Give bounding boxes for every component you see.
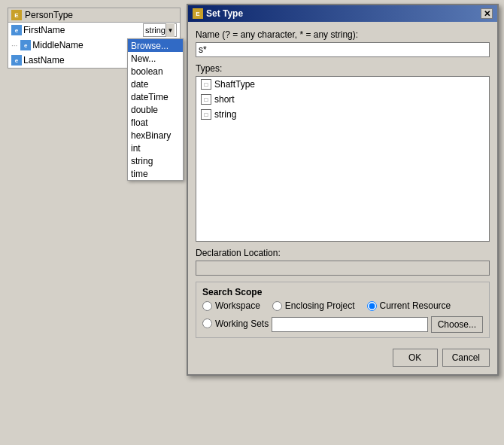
radio-current-row: Current Resource xyxy=(367,300,451,311)
entity-icon: E xyxy=(11,10,22,20)
types-section-label: Types: xyxy=(196,63,490,74)
radio-workspace[interactable] xyxy=(202,301,212,311)
dialog-titlebar: E Set Type ✕ xyxy=(188,5,497,22)
radio-enclosing-row: Enclosing Project xyxy=(272,300,355,311)
type-dropdown-area[interactable]: string ▼ xyxy=(143,23,177,37)
dialog-buttons: OK Cancel xyxy=(196,346,490,367)
dropdown-item-browse[interactable]: Browse... xyxy=(128,39,183,52)
ok-button[interactable]: OK xyxy=(393,349,438,367)
radio-enclosing-label: Enclosing Project xyxy=(285,300,355,311)
dialog-close-button[interactable]: ✕ xyxy=(481,8,493,19)
dropdown-item-hexbinary[interactable]: hexBinary xyxy=(128,129,183,142)
tree-panel: E PersonType e FirstName string ▼ Browse… xyxy=(8,8,181,69)
type-value: string xyxy=(145,26,165,35)
type-item-short[interactable]: □ short xyxy=(196,92,489,107)
dialog-title-left: E Set Type xyxy=(193,8,243,19)
tree-row-firstname[interactable]: e FirstName string ▼ xyxy=(8,23,180,38)
name-field-label: Name (? = any character, * = any string)… xyxy=(196,29,490,40)
decl-location-label: Declaration Location: xyxy=(196,248,490,258)
dropdown-item-datetime[interactable]: dateTime xyxy=(128,90,183,103)
type-item-string[interactable]: □ string xyxy=(196,107,489,122)
type-icon-string: □ xyxy=(201,109,211,120)
tree-header: E PersonType xyxy=(8,8,180,23)
type-item-label-string: string xyxy=(214,109,236,120)
name-input[interactable] xyxy=(196,42,490,57)
dropdown-item-int[interactable]: int xyxy=(128,142,183,154)
dialog-body: Name (? = any character, * = any string)… xyxy=(188,22,497,374)
search-scope-title: Search Scope xyxy=(202,287,483,297)
radio-workingsets-row: Working Sets xyxy=(202,319,269,329)
element-icon-firstname: e xyxy=(11,25,22,35)
choose-button[interactable]: Choose... xyxy=(431,316,483,333)
types-list: □ ShaftType □ short □ string xyxy=(196,76,490,242)
cancel-button[interactable]: Cancel xyxy=(442,349,490,367)
working-sets-input[interactable] xyxy=(272,317,427,332)
dropdown-arrow-icon[interactable]: ▼ xyxy=(165,23,175,37)
type-icon-short: □ xyxy=(201,94,211,105)
dropdown-item-boolean[interactable]: boolean xyxy=(128,65,183,78)
tree-label-firstname: FirstName xyxy=(23,25,141,35)
dropdown-menu: Browse... New... boolean date dateTime d… xyxy=(127,38,184,181)
dropdown-item-double[interactable]: double xyxy=(128,103,183,116)
type-icon-shafttype: □ xyxy=(201,79,211,90)
dropdown-item-float[interactable]: float xyxy=(128,116,183,129)
radio-current-label: Current Resource xyxy=(380,300,451,311)
dialog-title-text: Set Type xyxy=(206,8,243,19)
decl-location-input xyxy=(196,261,490,276)
tree-body: e FirstName string ▼ Browse... New... bo… xyxy=(8,23,180,68)
radio-current-resource[interactable] xyxy=(367,301,377,311)
dots-icon: ··· xyxy=(11,41,17,50)
dropdown-item-time[interactable]: time xyxy=(128,167,183,180)
search-scope-group: Search Scope Workspace Enclosing Project… xyxy=(196,282,490,338)
type-dropdown[interactable]: string ▼ xyxy=(143,23,177,37)
dropdown-item-date[interactable]: date xyxy=(128,78,183,90)
set-type-dialog: E Set Type ✕ Name (? = any character, * … xyxy=(187,4,499,376)
dropdown-item-string[interactable]: string xyxy=(128,154,183,167)
type-item-label-short: short xyxy=(214,94,235,105)
radio-working-sets-label: Working Sets xyxy=(215,319,269,329)
radio-workspace-label: Workspace xyxy=(215,300,260,311)
type-item-label-shafttype: ShaftType xyxy=(214,79,255,90)
working-sets-row: Working Sets Choose... xyxy=(202,316,483,333)
element-icon-middlename: e xyxy=(20,40,31,50)
type-item-shafttype[interactable]: □ ShaftType xyxy=(196,77,489,92)
radio-enclosing[interactable] xyxy=(272,301,282,311)
tree-title: PersonType xyxy=(25,10,73,20)
element-icon-lastname: e xyxy=(11,55,22,66)
dropdown-item-new[interactable]: New... xyxy=(128,52,183,65)
radio-working-sets[interactable] xyxy=(202,319,212,328)
dialog-title-icon: E xyxy=(193,8,203,19)
radio-workspace-row: Workspace xyxy=(202,300,260,311)
